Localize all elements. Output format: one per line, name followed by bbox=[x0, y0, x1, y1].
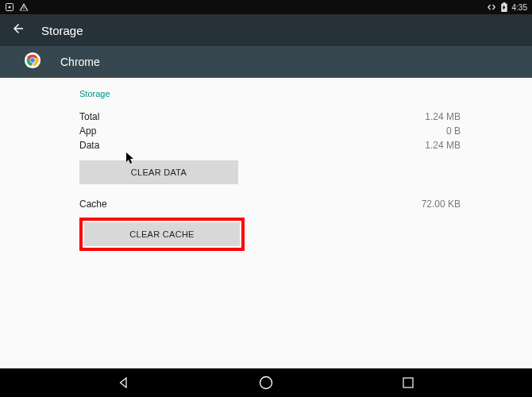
row-label: Total bbox=[79, 110, 99, 124]
row-app: App 0 B bbox=[79, 124, 461, 138]
navigation-bar bbox=[0, 368, 532, 397]
svg-rect-6 bbox=[403, 378, 413, 387]
storage-content: Storage Total 1.24 MB App 0 B Data 1.24 … bbox=[0, 78, 532, 251]
svg-point-5 bbox=[260, 377, 272, 389]
action-bar: Storage bbox=[0, 14, 532, 46]
clear-cache-button[interactable]: CLEAR CACHE bbox=[84, 222, 240, 246]
row-value: 0 B bbox=[446, 124, 461, 138]
svg-point-1 bbox=[9, 6, 11, 9]
page-title: Storage bbox=[41, 24, 83, 37]
row-label: Cache bbox=[79, 197, 107, 211]
screenshot-icon bbox=[5, 2, 14, 12]
app-name: Chrome bbox=[60, 56, 100, 68]
nav-recent-icon[interactable] bbox=[401, 376, 415, 390]
clock-text: 4:35 bbox=[512, 3, 527, 12]
row-label: App bbox=[79, 124, 96, 138]
highlight-annotation: CLEAR CACHE bbox=[79, 218, 245, 251]
row-label: Data bbox=[79, 138, 99, 152]
chrome-icon bbox=[24, 52, 41, 72]
row-value: 72.00 KB bbox=[422, 197, 461, 211]
section-label: Storage bbox=[79, 89, 461, 98]
nav-back-icon[interactable] bbox=[117, 376, 131, 390]
row-cache: Cache 72.00 KB bbox=[79, 197, 461, 211]
app-header: Chrome bbox=[0, 46, 532, 78]
row-data: Data 1.24 MB bbox=[79, 138, 461, 152]
nav-home-icon[interactable] bbox=[258, 375, 274, 391]
row-total: Total 1.24 MB bbox=[79, 110, 461, 124]
status-bar: 4:35 bbox=[0, 0, 532, 14]
back-arrow-icon[interactable] bbox=[11, 21, 25, 39]
clear-data-button[interactable]: CLEAR DATA bbox=[79, 160, 238, 184]
row-value: 1.24 MB bbox=[425, 110, 461, 124]
dev-icon bbox=[487, 2, 496, 12]
warning-icon bbox=[19, 2, 29, 12]
row-value: 1.24 MB bbox=[425, 138, 461, 152]
battery-icon bbox=[501, 2, 507, 12]
